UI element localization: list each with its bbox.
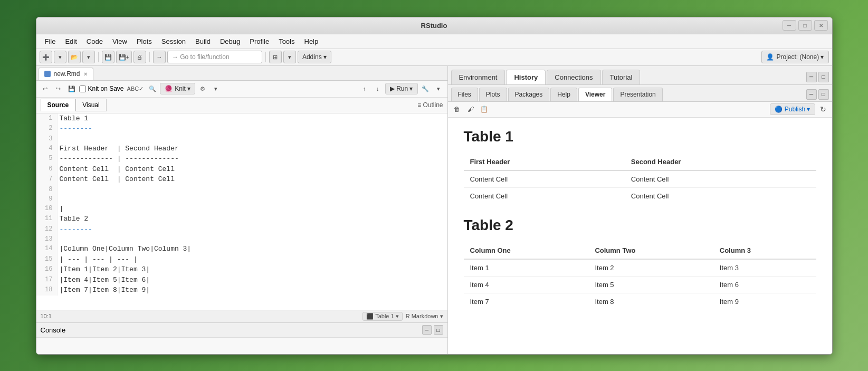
tab-viewer[interactable]: Viewer — [578, 88, 612, 101]
menu-help[interactable]: Help — [300, 36, 323, 47]
tab-presentation[interactable]: Presentation — [613, 88, 662, 101]
settings-btn[interactable]: ⚙ — [197, 83, 208, 94]
menu-profile[interactable]: Profile — [245, 36, 273, 47]
editor-area[interactable]: 1Table 12--------34First Header | Second… — [36, 113, 447, 310]
grid-dropdown-btn[interactable]: ▾ — [283, 51, 296, 63]
new-file-btn[interactable]: ➕ — [40, 51, 52, 63]
source-tab[interactable]: Source — [41, 99, 76, 111]
line-content: Content Cell | Content Cell — [58, 174, 447, 185]
viewer-brush-btn[interactable]: 🖌 — [465, 103, 476, 115]
viewer-clear-btn[interactable]: 🗑 — [451, 103, 463, 115]
knit-doc-btn[interactable]: → — [153, 51, 166, 63]
print-btn[interactable]: 🖨 — [133, 51, 146, 63]
table-indicator[interactable]: ⬛ Table 1 ▾ — [363, 312, 402, 321]
file-type-indicator[interactable]: R Markdown ▾ — [406, 313, 443, 320]
menu-debug[interactable]: Debug — [216, 36, 244, 47]
save-file-btn[interactable]: 💾 — [66, 83, 78, 94]
line-number: 5 — [36, 154, 58, 164]
menu-file[interactable]: File — [41, 36, 60, 47]
global-toolbar: ➕ ▾ 📂 ▾ 💾 💾+ 🖨 → → Go to file/function ⊞… — [36, 49, 832, 66]
line-number: 1 — [36, 113, 58, 124]
console-controls: ─ □ — [422, 325, 443, 335]
knit-on-save-checkbox[interactable] — [79, 85, 86, 92]
tab-environment[interactable]: Environment — [451, 70, 505, 84]
minimize-btn[interactable]: ─ — [783, 20, 796, 31]
viewer-copy-btn[interactable]: 📋 — [479, 103, 490, 115]
search-btn[interactable]: 🔍 — [147, 83, 158, 94]
editor-tab-new-rmd[interactable]: new.Rmd ✕ — [39, 68, 93, 80]
menu-build[interactable]: Build — [191, 36, 215, 47]
line-content: ------------- | ------------- — [58, 154, 447, 164]
table-cell: Content Cell — [625, 170, 816, 188]
console-minimize-btn[interactable]: ─ — [422, 325, 432, 335]
code-line: 9 — [36, 194, 447, 204]
visual-tab[interactable]: Visual — [75, 99, 106, 111]
editor-tab-close-btn[interactable]: ✕ — [83, 71, 88, 77]
editor-panel: new.Rmd ✕ ↩ ↪ 💾 Knit on Save ABC✓ 🔍 🧶 Kn… — [36, 66, 448, 354]
table-cell: Item 6 — [713, 276, 816, 293]
viewer-table1: First Header Second Header Content CellC… — [464, 154, 816, 204]
right-panel-maximize-btn[interactable]: □ — [818, 72, 829, 82]
goto-input[interactable]: → Go to file/function — [167, 51, 262, 63]
maximize-btn[interactable]: □ — [798, 20, 812, 31]
editor-statusbar: 10:1 ⬛ Table 1 ▾ R Markdown ▾ — [36, 310, 447, 322]
close-btn[interactable]: ✕ — [814, 20, 828, 31]
right-bottom-minimize-btn[interactable]: ─ — [806, 89, 817, 100]
console-maximize-btn[interactable]: □ — [434, 325, 443, 335]
line-content: -------- — [58, 224, 447, 235]
menu-tools[interactable]: Tools — [274, 36, 299, 47]
open-file-dropdown-btn[interactable]: ▾ — [82, 51, 95, 63]
viewer-publish-btn[interactable]: 🔵 Publish ▾ — [770, 103, 815, 115]
spellcheck-btn[interactable]: ABC✓ — [126, 83, 146, 94]
toolbar-separator-3 — [265, 52, 266, 62]
project-btn[interactable]: 👤 Project: (None) ▾ — [761, 51, 828, 63]
line-number: 15 — [36, 254, 58, 265]
line-content: | — [58, 204, 447, 214]
line-content: |Item 7|Item 8|Item 9| — [58, 285, 447, 296]
new-file-dropdown-btn[interactable]: ▾ — [54, 51, 66, 63]
menu-code[interactable]: Code — [82, 36, 107, 47]
main-content: new.Rmd ✕ ↩ ↪ 💾 Knit on Save ABC✓ 🔍 🧶 Kn… — [36, 66, 832, 354]
open-file-btn[interactable]: 📂 — [68, 51, 81, 63]
addins-btn[interactable]: Addins ▾ — [298, 51, 331, 63]
menu-session[interactable]: Session — [157, 36, 190, 47]
console-header: Console ─ □ — [36, 323, 447, 338]
move-up-btn[interactable]: ↑ — [359, 83, 370, 94]
tab-help[interactable]: Help — [550, 88, 577, 101]
knit-btn[interactable]: 🧶 Knit ▾ — [160, 83, 195, 94]
code-line: 6Content Cell | Content Cell — [36, 164, 447, 175]
run-options-dropdown-btn[interactable]: ▾ — [433, 83, 444, 94]
settings-dropdown-btn[interactable]: ▾ — [210, 83, 222, 94]
outline-btn[interactable]: ≡ Outline — [417, 101, 443, 109]
tab-packages[interactable]: Packages — [508, 88, 550, 101]
right-panel-minimize-btn[interactable]: ─ — [806, 72, 817, 82]
undo-btn[interactable]: ↩ — [40, 83, 51, 94]
titlebar: RStudio ─ □ ✕ — [36, 17, 832, 34]
editor-tabs: new.Rmd ✕ — [36, 66, 447, 81]
knit-icon: 🧶 — [165, 85, 173, 92]
knit-on-save-label: Knit on Save — [79, 85, 124, 92]
grid-btn[interactable]: ⊞ — [269, 51, 282, 63]
menu-edit[interactable]: Edit — [61, 36, 81, 47]
run-options-btn[interactable]: 🔧 — [419, 83, 431, 94]
tab-history[interactable]: History — [506, 70, 546, 84]
tab-plots[interactable]: Plots — [479, 88, 507, 101]
run-btn[interactable]: ▶ Run ▾ — [385, 83, 418, 94]
redo-btn[interactable]: ↪ — [53, 83, 64, 94]
table2-header-2: Column Two — [588, 242, 713, 259]
code-lines: 1Table 12--------34First Header | Second… — [36, 113, 447, 296]
menu-view[interactable]: View — [108, 36, 131, 47]
save-all-btn[interactable]: 💾+ — [116, 51, 132, 63]
tab-files[interactable]: Files — [451, 88, 478, 101]
right-bottom-maximize-btn[interactable]: □ — [818, 89, 829, 100]
line-number: 3 — [36, 134, 58, 144]
move-down-btn[interactable]: ↓ — [372, 83, 384, 94]
project-label: Project: (None) ▾ — [776, 53, 824, 61]
viewer-refresh-btn[interactable]: ↻ — [817, 103, 829, 115]
menu-plots[interactable]: Plots — [132, 36, 156, 47]
table-row: Item 1Item 2Item 3 — [464, 259, 816, 277]
save-btn[interactable]: 💾 — [102, 51, 115, 63]
code-line: 18|Item 7|Item 8|Item 9| — [36, 285, 447, 296]
tab-connections[interactable]: Connections — [547, 70, 600, 84]
tab-tutorial[interactable]: Tutorial — [602, 70, 641, 84]
